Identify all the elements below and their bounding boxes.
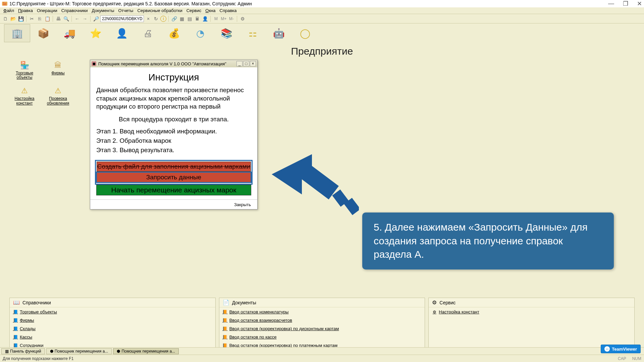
ribbon-enterprise[interactable]: 🏢 bbox=[4, 24, 30, 42]
separator bbox=[168, 16, 169, 22]
link-icon: 📙 bbox=[223, 318, 227, 323]
menu-file[interactable]: Файл bbox=[3, 8, 14, 13]
panel-body: ⚙Настройка констант bbox=[429, 307, 634, 316]
dialog-subhead: Вся процедура проходит в три этапа. bbox=[96, 116, 251, 123]
menu-edit[interactable]: Правка bbox=[18, 8, 33, 13]
panel-link[interactable]: 📙Ввод остатков (корректировка) по дискон… bbox=[223, 326, 422, 331]
create-file-button[interactable]: Создать файл для заполнения акцизными ма… bbox=[97, 162, 251, 172]
menu-documents[interactable]: Документы bbox=[92, 8, 114, 13]
panel-link[interactable]: 📘Склады bbox=[13, 326, 212, 331]
shortcut-trade-objects[interactable]: 🏪 Торговые объекты bbox=[9, 61, 40, 80]
menu-service-proc[interactable]: Сервисные обработки bbox=[137, 8, 182, 13]
dialog-close-button[interactable]: Закрыть bbox=[231, 201, 254, 208]
taskbar-helper-1[interactable]: ⬢ Помощник перемещения а... bbox=[46, 348, 112, 354]
menu-help[interactable]: Справка bbox=[220, 8, 237, 13]
teamviewer-icon: ↔ bbox=[604, 346, 610, 352]
taskbar: ▦ Панель функций ⬢ Помощник перемещения … bbox=[0, 347, 644, 355]
tool-refresh-icon[interactable]: ↻ bbox=[153, 15, 159, 22]
teamviewer-label: TeamViewer bbox=[612, 347, 637, 352]
ribbon-delivery[interactable]: 🚚 bbox=[56, 24, 83, 42]
tool-clear-icon[interactable]: × bbox=[145, 15, 152, 22]
taskbar-helper-2[interactable]: ⬢ Помощник перемещения а... bbox=[113, 348, 179, 354]
svg-marker-0 bbox=[272, 154, 339, 199]
doc-icon: 📄 bbox=[223, 299, 229, 306]
dialog-footer: Закрыть bbox=[90, 199, 257, 209]
dialog-step1: Этап 1. Ввод необходимой информации. bbox=[96, 128, 251, 135]
ribbon-person[interactable]: 👤 bbox=[109, 24, 135, 42]
tool-open-icon[interactable]: 📂 bbox=[10, 15, 16, 22]
app-icon: 1c bbox=[2, 2, 7, 6]
ribbon-star[interactable]: ⭐ bbox=[83, 24, 109, 42]
tool-grid1-icon[interactable]: ▦ bbox=[178, 15, 185, 22]
link-text: Ввод остатков номенклатуры bbox=[229, 309, 289, 314]
title-text: 1С:Предприятие - Штрих-М: Торговое предп… bbox=[9, 1, 252, 6]
dialog-maximize[interactable]: □ bbox=[243, 61, 249, 66]
ribbon-cycle[interactable]: ◯ bbox=[292, 24, 318, 42]
ribbon-robot[interactable]: 🤖 bbox=[266, 24, 292, 42]
close-button[interactable]: ✕ bbox=[637, 0, 642, 7]
dialog-close[interactable]: × bbox=[250, 61, 256, 66]
toolbar: 🗋 📂 💾 ✂ ⎘ 📋 🖶 🔍 ← → 🔎 × ↻ i 🔗 ▦ ▤ 🖩 👤 M … bbox=[0, 14, 644, 23]
link-text: Ввод остатков (корректировка) по дисконт… bbox=[229, 326, 339, 331]
tool-forward-icon[interactable]: → bbox=[82, 15, 88, 22]
panel-head: 📖 Справочники bbox=[10, 298, 215, 307]
tool-user-icon[interactable]: 👤 bbox=[202, 15, 208, 22]
tool-search-icon[interactable]: 🔎 bbox=[93, 15, 99, 22]
minimize-button[interactable]: — bbox=[608, 0, 614, 7]
maximize-button[interactable]: ❐ bbox=[623, 0, 628, 7]
menu-windows[interactable]: Окна bbox=[205, 8, 215, 13]
tool-grid2-icon[interactable]: ▤ bbox=[186, 15, 193, 22]
menu-reports[interactable]: Отчеты bbox=[118, 8, 133, 13]
tool-m-icon[interactable]: M bbox=[213, 15, 219, 22]
callout-box: 5. Далее нажимаем «Запросить Данные» для… bbox=[362, 213, 614, 269]
shortcut-constants[interactable]: ⚠ Настройка констант bbox=[9, 86, 40, 105]
menu-operations[interactable]: Операции bbox=[37, 8, 57, 13]
callout-arrow-icon bbox=[272, 154, 359, 221]
shortcut-label: Фирмы bbox=[51, 71, 64, 75]
tool-mplus-icon[interactable]: M+ bbox=[220, 15, 227, 22]
tool-new-icon[interactable]: 🗋 bbox=[2, 15, 9, 22]
start-move-button[interactable]: Начать перемещение акцизных марок bbox=[96, 185, 251, 195]
shortcut-update-check[interactable]: ⚠ Проверка обновления bbox=[43, 86, 73, 105]
tool-save-icon[interactable]: 💾 bbox=[17, 15, 24, 22]
search-input[interactable] bbox=[100, 15, 144, 22]
panel-link[interactable]: ⚙Настройка констант bbox=[432, 309, 631, 314]
dialog-minimize[interactable]: _ bbox=[236, 61, 243, 66]
panel-head: ⚙ Сервис bbox=[429, 298, 634, 307]
ribbon-piechart[interactable]: ◔ bbox=[187, 24, 213, 42]
ribbon-cashreg[interactable]: 🖨 bbox=[135, 24, 161, 42]
taskbar-panel-functions[interactable]: ▦ Панель функций bbox=[1, 348, 45, 354]
tool-link-icon[interactable]: 🔗 bbox=[171, 15, 177, 22]
menu-catalogs[interactable]: Справочники bbox=[61, 8, 88, 13]
ribbon-books[interactable]: 📚 bbox=[213, 24, 239, 42]
tool-gear-icon[interactable]: ⚙ bbox=[239, 15, 246, 22]
tool-cut-icon[interactable]: ✂ bbox=[29, 15, 35, 22]
tool-print-icon[interactable]: 🖶 bbox=[55, 15, 62, 22]
tool-preview-icon[interactable]: 🔍 bbox=[63, 15, 69, 22]
tool-copy-icon[interactable]: ⎘ bbox=[36, 15, 43, 22]
tool-help-icon[interactable]: i bbox=[160, 16, 166, 22]
warning-icon: ⚠ bbox=[18, 86, 31, 95]
teamviewer-badge[interactable]: ↔ TeamViewer bbox=[601, 345, 641, 353]
ribbon-goods[interactable]: 📦 bbox=[30, 24, 56, 42]
tool-mminus-icon[interactable]: M- bbox=[228, 15, 235, 22]
book-icon: 📖 bbox=[13, 299, 20, 306]
tool-paste-icon[interactable]: 📋 bbox=[44, 15, 51, 22]
panel-link[interactable]: 📘Фирмы bbox=[13, 318, 212, 323]
panel-link[interactable]: 📙Ввод остатков номенклатуры bbox=[223, 309, 422, 314]
tool-calc-icon[interactable]: 🖩 bbox=[194, 15, 201, 22]
shortcuts: 🏪 Торговые объекты 🏛 Фирмы ⚠ Настройка к… bbox=[9, 61, 73, 106]
panel-link[interactable]: 📘Кассы bbox=[13, 335, 212, 340]
menu-service[interactable]: Сервис bbox=[186, 8, 202, 13]
shortcut-firms[interactable]: 🏛 Фирмы bbox=[43, 61, 73, 80]
panel-link[interactable]: 📘Торговые объекты bbox=[13, 309, 212, 314]
panel-link[interactable]: 📙Ввод остатков по кассе bbox=[223, 335, 422, 340]
ribbon-org[interactable]: ⚏ bbox=[239, 24, 266, 42]
shortcut-label: Проверка обновления bbox=[47, 97, 69, 105]
request-data-button[interactable]: Запросить данные bbox=[97, 172, 251, 182]
dialog-titlebar[interactable]: ⬢ Помощник перемещения алкоголя V 1.0 ОО… bbox=[90, 60, 257, 67]
ribbon-money[interactable]: 💰 bbox=[161, 24, 187, 42]
panel-link[interactable]: 📙Ввод остатков взаиморасчетов bbox=[223, 318, 422, 323]
link-text: Кассы bbox=[20, 335, 32, 340]
tool-back-icon[interactable]: ← bbox=[74, 15, 80, 22]
